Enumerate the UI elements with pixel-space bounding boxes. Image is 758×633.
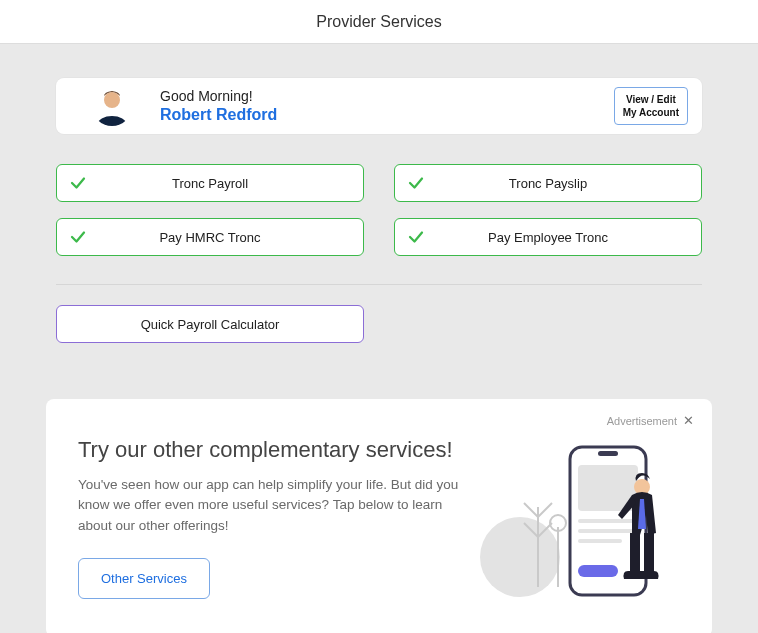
svg-rect-14 [578,519,638,523]
greeting-text: Good Morning! [160,88,614,104]
promo-text: Try our other complementary services! Yo… [78,437,460,607]
user-name: Robert Redford [160,106,614,124]
svg-rect-20 [644,533,654,573]
quick-label: Quick Payroll Calculator [141,317,280,332]
promo-cta-label: Other Services [101,571,187,586]
action-label: Pay HMRC Tronc [87,230,351,245]
promo-body: Try our other complementary services! Yo… [78,437,680,607]
action-grid: Tronc Payroll Pay HMRC Tronc Tronc Paysl… [56,164,702,256]
content-area: Good Morning! Robert Redford View / Edit… [0,44,758,633]
promo-tag-text: Advertisement [607,415,677,427]
svg-line-6 [538,503,552,517]
pay-hmrc-tronc-card[interactable]: Pay HMRC Tronc [56,218,364,256]
top-bar: Provider Services [0,0,758,44]
svg-point-2 [104,92,120,108]
pay-employee-tronc-card[interactable]: Pay Employee Tronc [394,218,702,256]
close-icon[interactable]: ✕ [683,413,694,428]
svg-rect-17 [578,565,618,577]
promo-tag: Advertisement ✕ [607,413,694,428]
svg-rect-12 [598,451,618,456]
svg-rect-19 [630,533,640,573]
promo-desc: You've seen how our app can help simplif… [78,475,460,536]
account-btn-line2: My Account [623,106,679,119]
action-label: Tronc Payslip [425,176,689,191]
promo-panel: Advertisement ✕ Try our other complement… [46,399,712,633]
account-btn-line1: View / Edit [623,93,679,106]
view-edit-account-button[interactable]: View / Edit My Account [614,87,688,125]
svg-point-3 [480,517,560,597]
action-col-right: Tronc Payslip Pay Employee Tronc [394,164,702,256]
greeting-block: Good Morning! Robert Redford [160,88,614,124]
check-icon [407,228,425,246]
avatar [92,86,132,126]
tronc-payslip-card[interactable]: Tronc Payslip [394,164,702,202]
promo-illustration [480,437,680,607]
action-label: Tronc Payroll [87,176,351,191]
tronc-payroll-card[interactable]: Tronc Payroll [56,164,364,202]
promo-title: Try our other complementary services! [78,437,460,463]
check-icon [407,174,425,192]
user-card: Good Morning! Robert Redford View / Edit… [56,78,702,134]
action-label: Pay Employee Tronc [425,230,689,245]
page-title: Provider Services [316,13,441,31]
action-col-left: Tronc Payroll Pay HMRC Tronc [56,164,364,256]
svg-line-5 [524,503,538,517]
quick-payroll-calculator-card[interactable]: Quick Payroll Calculator [56,305,364,343]
svg-rect-16 [578,539,622,543]
check-icon [69,174,87,192]
section-divider [56,284,702,285]
check-icon [69,228,87,246]
svg-rect-15 [578,529,638,533]
other-services-button[interactable]: Other Services [78,558,210,599]
